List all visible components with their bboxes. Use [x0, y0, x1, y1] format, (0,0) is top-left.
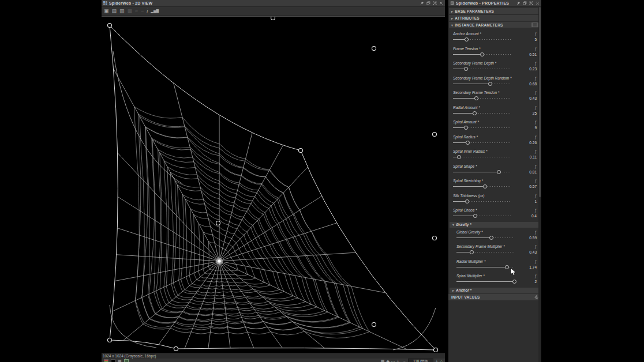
- frame-icon[interactable]: ▭: [391, 359, 395, 362]
- preview-icon[interactable]: [124, 359, 129, 362]
- slider-handle[interactable]: [497, 170, 501, 174]
- fit-view-icon[interactable]: ⌂: [440, 359, 443, 362]
- close-icon[interactable]: [439, 1, 443, 6]
- zoom-level-field[interactable]: 118.65%: [408, 359, 433, 362]
- zoom-in-button[interactable]: +: [436, 359, 438, 362]
- parameter-slider[interactable]: [456, 279, 514, 284]
- section-input-values[interactable]: INPUT VALUES: [448, 294, 541, 300]
- slider-handle[interactable]: [465, 37, 469, 42]
- parameter-slider[interactable]: [453, 140, 511, 145]
- parameter-slider[interactable]: [453, 213, 511, 218]
- section-instance-parameters[interactable]: ▾ INSTANCE PARAMETERS: [449, 22, 541, 28]
- parameter-slider[interactable]: [453, 169, 511, 175]
- slider-handle[interactable]: [457, 155, 461, 159]
- anchor-point[interactable]: [372, 323, 376, 327]
- slider-handle[interactable]: [464, 67, 468, 71]
- 2d-view-titlebar[interactable]: SpiderWeb - 2D VIEW: [102, 0, 445, 7]
- function-icon[interactable]: ƒ: [534, 164, 537, 168]
- function-icon[interactable]: ƒ: [534, 32, 537, 36]
- anchor-point[interactable]: [433, 133, 437, 137]
- parameter-slider[interactable]: [453, 66, 511, 71]
- subsection-gravity[interactable]: ▾Gravity *: [450, 222, 540, 228]
- slider-handle[interactable]: [470, 250, 474, 254]
- function-icon[interactable]: ƒ: [534, 274, 537, 278]
- parameter-slider[interactable]: [453, 52, 511, 57]
- slider-handle[interactable]: [465, 199, 469, 203]
- function-icon[interactable]: ƒ: [534, 244, 537, 248]
- restore-icon[interactable]: [522, 1, 527, 6]
- parameter-slider[interactable]: [453, 184, 511, 189]
- anchor-point[interactable]: [216, 221, 220, 225]
- function-icon[interactable]: ƒ: [534, 90, 537, 95]
- pin-icon[interactable]: [516, 1, 521, 6]
- parameter-label: Spiral Stretching *: [453, 179, 483, 183]
- parameters-menu-icon[interactable]: [531, 22, 538, 27]
- slider-handle[interactable]: [489, 236, 493, 240]
- anchor-point[interactable]: [433, 236, 437, 240]
- gear-icon[interactable]: [534, 295, 538, 299]
- function-icon[interactable]: ƒ: [534, 230, 537, 234]
- parameter-slider[interactable]: [453, 37, 511, 42]
- function-icon[interactable]: ƒ: [534, 61, 537, 65]
- anchor-point[interactable]: [372, 47, 376, 51]
- anchor-point[interactable]: [434, 348, 438, 352]
- duplicate-icon[interactable]: ▣: [104, 7, 109, 15]
- parameter-slider[interactable]: [453, 96, 511, 101]
- slider-handle[interactable]: [512, 280, 516, 284]
- checker-icon[interactable]: ▦: [118, 359, 122, 362]
- transform-icon[interactable]: ◆: [386, 359, 389, 362]
- function-icon[interactable]: ƒ: [534, 208, 537, 212]
- function-icon[interactable]: ƒ: [534, 259, 537, 263]
- slider-handle[interactable]: [466, 141, 470, 145]
- function-icon[interactable]: ƒ: [534, 47, 537, 51]
- function-icon[interactable]: ƒ: [534, 120, 537, 124]
- 2d-view-canvas[interactable]: [102, 16, 445, 353]
- section-base-parameters[interactable]: ▸ BASE PARAMETERS: [449, 8, 541, 14]
- parameter-slider[interactable]: [456, 265, 514, 270]
- channels-icon[interactable]: [104, 359, 108, 362]
- parameter-slider[interactable]: [453, 154, 511, 160]
- slider-handle[interactable]: [480, 52, 484, 56]
- slider-handle[interactable]: [488, 82, 492, 86]
- parameter-slider[interactable]: [453, 199, 511, 204]
- section-attributes[interactable]: ▸ ATTRIBUTES: [449, 15, 541, 21]
- slider-handle[interactable]: [505, 265, 509, 269]
- function-icon[interactable]: ƒ: [534, 149, 537, 153]
- slider-handle[interactable]: [473, 214, 477, 218]
- function-icon[interactable]: ƒ: [534, 179, 537, 183]
- properties-scrollbar[interactable]: [538, 7, 541, 362]
- parameter-slider[interactable]: [453, 111, 511, 116]
- zoom-out-button[interactable]: −: [403, 359, 406, 362]
- slider-handle[interactable]: [483, 184, 487, 188]
- parameter-slider[interactable]: [453, 125, 511, 130]
- slider-handle[interactable]: [464, 126, 468, 130]
- save-icon[interactable]: ▤: [112, 7, 117, 15]
- grid-toggle-icon[interactable]: ▦: [381, 359, 385, 362]
- subsection-anchor[interactable]: ▸Anchor *: [450, 288, 540, 293]
- parameter-slider[interactable]: [456, 250, 514, 255]
- slider-handle[interactable]: [474, 96, 478, 100]
- parameter-slider[interactable]: [453, 81, 511, 86]
- undock-icon[interactable]: [529, 1, 533, 6]
- undock-icon[interactable]: [432, 1, 437, 6]
- export-icon[interactable]: ▥: [119, 7, 125, 15]
- function-icon[interactable]: ƒ: [534, 105, 537, 110]
- crosshair-icon[interactable]: +: [396, 359, 399, 362]
- function-icon[interactable]: ƒ: [534, 194, 537, 198]
- close-icon[interactable]: [535, 1, 540, 6]
- pin-icon[interactable]: [420, 1, 424, 6]
- function-icon[interactable]: ƒ: [534, 76, 537, 80]
- histogram-icon[interactable]: ▂▅▇: [151, 7, 159, 15]
- background-color-swatch[interactable]: [111, 359, 115, 362]
- properties-titlebar[interactable]: SpiderWeb - PROPERTIES: [448, 0, 541, 7]
- anchor-point[interactable]: [174, 347, 178, 351]
- restore-icon[interactable]: [426, 1, 430, 6]
- anchor-point[interactable]: [108, 24, 112, 28]
- anchor-point[interactable]: [108, 338, 112, 342]
- slider-handle[interactable]: [473, 111, 477, 115]
- function-icon[interactable]: ƒ: [534, 135, 537, 139]
- anchor-point[interactable]: [271, 17, 275, 20]
- anchor-point[interactable]: [299, 149, 303, 153]
- parameter-slider[interactable]: [456, 235, 514, 240]
- info-icon[interactable]: i: [147, 7, 148, 15]
